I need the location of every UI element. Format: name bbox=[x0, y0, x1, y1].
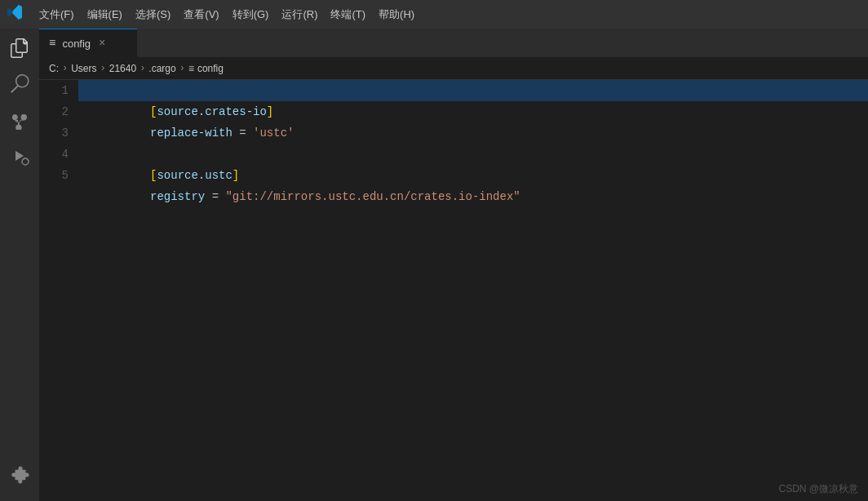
menu-edit[interactable]: 编辑(E) bbox=[81, 4, 129, 25]
tok-bracket-close-1: ] bbox=[267, 105, 273, 118]
menu-view[interactable]: 查看(V) bbox=[177, 4, 225, 25]
breadcrumb-cargo: .cargo bbox=[148, 63, 175, 74]
line-number-3: 3 bbox=[52, 122, 69, 144]
tok-bracket-close-4: ] bbox=[232, 169, 239, 182]
tok-key-5: registry bbox=[150, 190, 205, 203]
breadcrumb-drive: C: bbox=[49, 63, 59, 74]
main-layout: ≡ config × C: › Users › 21640 › .cargo ›… bbox=[0, 29, 868, 501]
tok-string-5: "git://mirrors.ustc.edu.cn/crates.io-ind… bbox=[225, 190, 520, 203]
breadcrumb-file-icon: ≡ bbox=[188, 63, 194, 74]
line-number-2: 2 bbox=[52, 101, 69, 122]
tok-op-5: = bbox=[205, 190, 225, 203]
menu-file[interactable]: 文件(F) bbox=[33, 4, 81, 25]
tok-string-2: 'ustc' bbox=[253, 126, 294, 140]
breadcrumb: C: › Users › 21640 › .cargo › ≡ config bbox=[39, 57, 868, 80]
menu-help[interactable]: 帮助(H) bbox=[372, 4, 421, 25]
menu-select[interactable]: 选择(S) bbox=[129, 4, 177, 25]
code-line-4[interactable]: [source.ustc] bbox=[78, 144, 868, 165]
tab-config[interactable]: ≡ config × bbox=[39, 29, 137, 57]
breadcrumb-current-file: ≡ config bbox=[188, 63, 224, 74]
menu-run[interactable]: 运行(R) bbox=[275, 4, 324, 25]
tab-bar: ≡ config × bbox=[39, 29, 868, 57]
breadcrumb-filename: config bbox=[197, 63, 224, 74]
vscode-logo-icon bbox=[7, 4, 23, 25]
tok-key-4: source.ustc bbox=[157, 169, 232, 182]
line-number-1: 1 bbox=[52, 80, 69, 101]
code-line-1[interactable]: [source.crates-io] bbox=[78, 80, 868, 101]
breadcrumb-users: Users bbox=[71, 63, 96, 74]
menu-bar: 文件(F) 编辑(E) 选择(S) 查看(V) 转到(G) 运行(R) 终端(T… bbox=[0, 0, 868, 29]
tok-op-2: = bbox=[232, 126, 253, 140]
tok-key-2: replace-with bbox=[150, 126, 232, 140]
line-number-5: 5 bbox=[52, 165, 69, 186]
menu-terminal[interactable]: 终端(T) bbox=[324, 4, 372, 25]
code-editor[interactable]: 1 2 3 4 5 [source.crates-io] replace-wit… bbox=[39, 80, 868, 501]
activity-run-icon[interactable] bbox=[3, 140, 36, 172]
activity-explorer-icon[interactable] bbox=[3, 32, 36, 64]
breadcrumb-user: 21640 bbox=[109, 63, 136, 74]
line-numbers: 1 2 3 4 5 bbox=[39, 80, 78, 501]
activity-bar bbox=[0, 29, 39, 501]
activity-search-icon[interactable] bbox=[3, 68, 36, 100]
activity-source-control-icon[interactable] bbox=[3, 104, 36, 136]
code-lines: [source.crates-io] replace-with = 'ustc'… bbox=[78, 80, 868, 501]
svg-point-0 bbox=[22, 158, 29, 165]
tab-file-icon: ≡ bbox=[49, 37, 55, 50]
tab-close-button[interactable]: × bbox=[97, 35, 107, 51]
activity-extensions-icon[interactable] bbox=[3, 459, 36, 491]
tab-label: config bbox=[62, 38, 91, 50]
menu-goto[interactable]: 转到(G) bbox=[226, 4, 276, 25]
editor-area: ≡ config × C: › Users › 21640 › .cargo ›… bbox=[39, 29, 868, 501]
line-number-4: 4 bbox=[52, 144, 69, 165]
tok-key-1: source.crates-io bbox=[157, 105, 266, 118]
